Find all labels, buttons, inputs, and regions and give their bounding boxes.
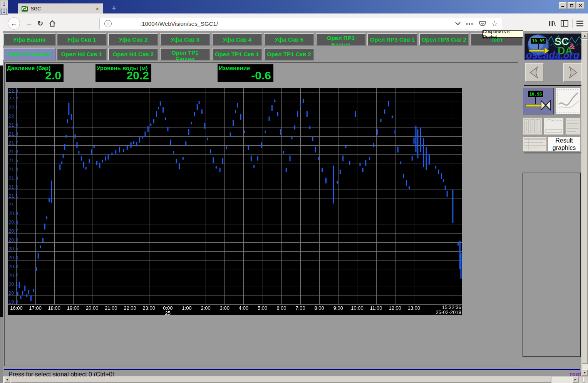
vscroll-thumb[interactable] [581,39,588,364]
valve-icon-lcd-value: 10.95 [529,92,542,97]
display-pressure-value: 2.0 [6,70,64,81]
pocket-icon[interactable] [479,20,486,27]
page-current: 1 [2,0,5,7]
logo-site: oscada.org [526,49,580,60]
display-water-level-value: 20.2 [95,70,151,81]
toolbar-separator [572,19,573,28]
widget-thumb-table[interactable] [523,137,547,151]
scada-button-orel-tr1-skv2[interactable]: Орел ТР1 Скв 2 [264,48,314,60]
scrollbar-corner-slot [583,377,585,383]
maximize-button[interactable] [568,2,576,9]
sidebar-icon[interactable] [561,20,568,27]
vscroll-up-arrow[interactable]: ▲ [581,32,588,39]
scada-button-orel-tr1-skv1[interactable]: Орел ТР1 Скв 1 [212,48,262,60]
trend-chart-canvas[interactable] [8,88,462,315]
page-next-button[interactable] [563,63,582,82]
page-actions-icon[interactable]: ••• [466,21,474,27]
hscroll-left-arrow[interactable]: ◄ [4,376,10,383]
scada-button-ufa-skv3[interactable]: Уфа Скв 3 [160,33,210,46]
page-prev-icon [526,64,543,81]
info-icon[interactable]: i [104,20,112,27]
scada-button-orel-pr3-skv1[interactable]: Орел ПР3 Скв 1 [367,33,417,46]
page-prev-button[interactable] [525,63,544,82]
widget-icon-graph[interactable] [555,88,581,114]
widget-thumb-schematic[interactable] [565,118,581,135]
display-change[interactable]: Изменение -0.6 [218,64,273,82]
reload-button[interactable]: ↻ [37,19,43,28]
browser-tab-sgc[interactable]: SGC × [18,3,103,13]
hscroll-right-arrow[interactable]: ► [572,376,579,383]
scada-button-orel-n4-skv2[interactable]: Орел Н4 Скв 2 [108,48,158,60]
url-text: :10004/WebVision/ses_SGC1/ [140,20,218,27]
page-total: (1) [0,7,8,14]
result-graphics-button[interactable]: Result graphics [548,137,581,151]
scada-button-orel-tr1-bashnya[interactable]: Орел ТР1 Башня [160,48,210,60]
scada-button-ufa-skv2[interactable]: Уфа Скв 2 [108,33,158,46]
scada-button-orel-n4-skv1[interactable]: Орел Н4 Скв 1 [57,48,107,60]
home-icon [49,20,56,27]
tab-favicon-icon [22,6,28,12]
result-graphics-line2: graphics [553,144,576,151]
page-indicator: 1 (1) [0,0,8,15]
oscada-logo: 10.95 SC & DA oscada.org [524,34,585,60]
tab-close-icon[interactable]: × [96,6,99,12]
tab-title: SGC [31,6,41,12]
panel-divider-bottom [524,153,581,153]
window-controls [559,2,585,9]
display-water-level[interactable]: Уровень воды (м) 20.2 [95,64,151,82]
menu-icon[interactable] [576,20,584,27]
logo-lcd-value: 10.95 [532,39,544,44]
scada-button-orel-n4-bashnya[interactable]: Орел Н4 Башня [3,48,56,60]
forward-button[interactable]: → [25,19,33,28]
widget-thumb-document[interactable] [544,118,564,135]
url-bar[interactable]: i :10004/WebVision/ses_SGC1/ ••• ☆ [99,18,502,29]
chevron-down-icon[interactable] [455,22,461,25]
display-pressure[interactable]: Давление (бар) 2.0 [6,64,64,82]
back-icon: ← [10,20,17,28]
bookmark-star-icon[interactable]: ☆ [491,20,498,27]
scada-button-orel-pr3-bashnya[interactable]: Орел ПР3 Башня [316,33,366,46]
result-graphics-line1: Result [555,137,573,144]
scada-button-orel-pr3-skv2[interactable]: Орел ПР3 Скв 2 [419,33,469,46]
new-tab-button[interactable]: + [110,4,118,13]
status-separator-line [4,369,580,370]
close-button[interactable] [576,2,585,9]
home-button[interactable] [49,20,56,29]
display-change-value: -0.6 [218,70,273,81]
scada-button-ufa-skv4[interactable]: Уфа Скв 4 [212,33,262,46]
scada-button-ufa-skv1[interactable]: Уфа Скв 1 [57,33,107,46]
widget-thumb-panels[interactable] [523,118,542,135]
status-divider [567,371,567,376]
library-icon[interactable] [548,20,556,27]
side-panel-empty-box [523,173,581,357]
hscroll-thumb[interactable] [10,376,551,383]
background-window-sliver-gray [0,317,3,383]
screen: SGC × + ← → ↻ i :10004/WebVision/ses_SGC… [0,0,588,383]
minimize-button[interactable] [559,2,567,9]
widget-icon-valve-selected[interactable]: 10.95 [523,88,554,114]
panel-divider-top [524,85,581,86]
scada-button-ufa-bashnya[interactable]: Уфа Башня [3,33,56,46]
status-user-clip: root [570,371,581,376]
background-window-sliver-dark [0,66,3,317]
status-user[interactable]: root [570,371,581,376]
vscroll-down-arrow[interactable]: ▼ [581,370,588,376]
pocket-tooltip: Сохранить в Pocket [482,30,523,38]
back-button[interactable]: ← [8,17,20,30]
page-next-icon [565,64,581,81]
scada-button-ufa-skv5[interactable]: Уфа Скв 5 [264,33,314,46]
